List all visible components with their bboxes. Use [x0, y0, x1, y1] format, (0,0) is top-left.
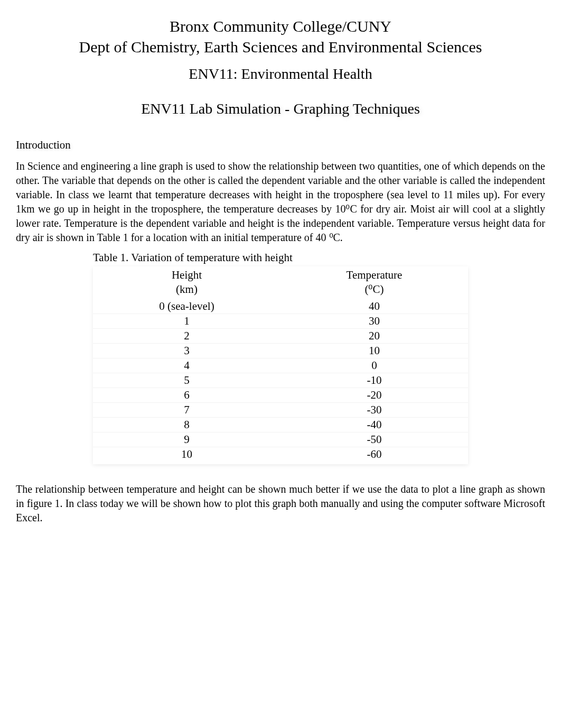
introduction-paragraph: In Science and engineering a line graph … [16, 159, 545, 245]
cell-height: 3 [93, 344, 280, 358]
col-header-height: Height [93, 266, 280, 282]
intro-text-2: and the other variable is called the [345, 174, 494, 186]
table-row: 0 (sea-level)40 [93, 299, 468, 314]
table-row: 8-40 [93, 418, 468, 432]
table-row: 10-60 [93, 447, 468, 465]
temperature-height-table: Height Temperature (km) (⁰C) 0 (sea-leve… [93, 266, 468, 464]
table-container: Table 1. Variation of temperature with h… [93, 251, 468, 464]
col-header-temperature: Temperature [280, 266, 468, 282]
cell-temperature: -60 [280, 447, 468, 465]
col-unit-temperature: (⁰C) [280, 282, 468, 299]
cell-temperature: 0 [280, 358, 468, 373]
table-row: 9-50 [93, 432, 468, 447]
table-row: 7-30 [93, 403, 468, 418]
table-row: 5-10 [93, 373, 468, 388]
cell-height: 6 [93, 388, 280, 403]
table-caption: Table 1. Variation of temperature with h… [93, 251, 468, 264]
table-header-row: Height Temperature [93, 266, 468, 282]
table-unit-row: (km) (⁰C) [93, 282, 468, 299]
cell-temperature: -20 [280, 388, 468, 403]
col-unit-height: (km) [93, 282, 280, 299]
cell-height: 1 [93, 314, 280, 329]
cell-temperature: 40 [280, 299, 468, 314]
section-heading-introduction: Introduction [16, 139, 545, 152]
dependent-variable-term: dependent variable [261, 174, 342, 186]
department-name: Dept of Chemistry, Earth Sciences and En… [16, 36, 545, 57]
course-title: ENV11: Environmental Health [16, 66, 545, 82]
table-row: 130 [93, 314, 468, 329]
intro-text-3: In class we learnt that temperature decr… [16, 189, 545, 243]
cell-height: 7 [93, 403, 280, 418]
closing-paragraph: The relationship between temperature and… [16, 482, 545, 525]
cell-height: 2 [93, 329, 280, 344]
cell-height: 0 (sea-level) [93, 299, 280, 314]
cell-height: 9 [93, 432, 280, 447]
lab-title: ENV11 Lab Simulation - Graphing Techniqu… [16, 100, 545, 117]
cell-height: 8 [93, 418, 280, 432]
cell-temperature: -40 [280, 418, 468, 432]
cell-temperature: 20 [280, 329, 468, 344]
table-row: 310 [93, 344, 468, 358]
cell-temperature: -50 [280, 432, 468, 447]
cell-temperature: -10 [280, 373, 468, 388]
document-header: Bronx Community College/CUNY Dept of Che… [16, 16, 545, 82]
cell-temperature: -30 [280, 403, 468, 418]
cell-height: 5 [93, 373, 280, 388]
institution-name: Bronx Community College/CUNY [16, 16, 545, 36]
cell-height: 4 [93, 358, 280, 373]
cell-temperature: 10 [280, 344, 468, 358]
table-row: 220 [93, 329, 468, 344]
cell-height: 10 [93, 447, 280, 465]
table-row: 40 [93, 358, 468, 373]
cell-temperature: 30 [280, 314, 468, 329]
table-row: 6-20 [93, 388, 468, 403]
